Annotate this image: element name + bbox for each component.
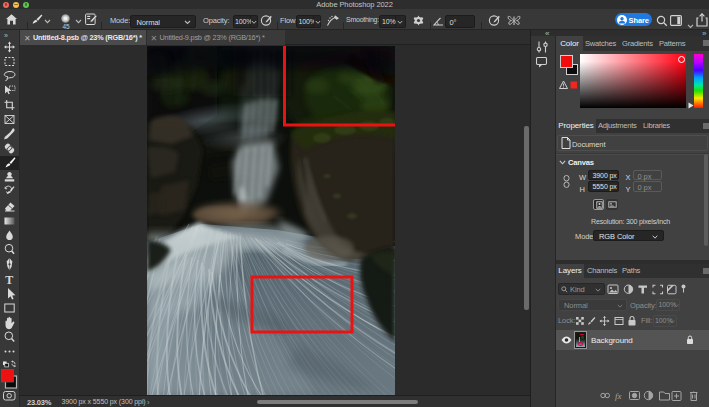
svg-text:T: T	[5, 273, 13, 287]
svg-text:»: »	[4, 32, 8, 39]
svg-text:fx: fx	[615, 391, 621, 401]
